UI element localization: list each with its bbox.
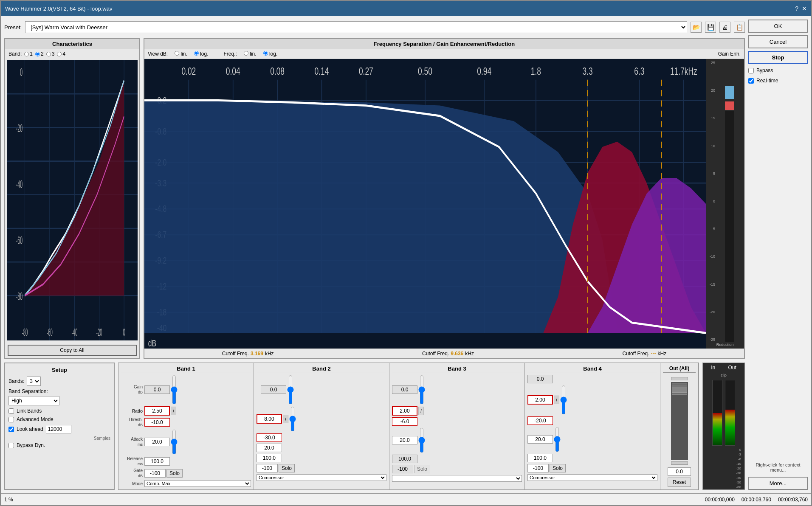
advanced-mode-checkbox[interactable] [8,417,14,422]
freq-lin-label[interactable]: lin. [244,51,257,57]
freq-log-radio[interactable] [263,51,268,56]
band1-release-input[interactable] [144,457,170,466]
band4-solo-btn[interactable]: Solo [550,464,566,472]
band2-ratio-input[interactable] [257,414,282,424]
cutoff-3-value: --- [651,351,656,357]
band4-gate-input[interactable] [527,464,549,472]
samples-label: Samples [8,436,110,441]
look-ahead-checkbox[interactable] [8,427,14,432]
band4-thresh-input[interactable] [527,416,553,425]
band2-radio-label[interactable]: 2 [35,51,44,57]
band1-ratio-input[interactable] [144,406,170,416]
band1-mode-row: Mode Comp. Max Compressor Limiter [121,480,251,487]
help-icon[interactable]: ? [795,5,798,12]
bands-select[interactable]: 3 [27,377,41,386]
band1-attack-slider[interactable] [171,429,178,455]
band3-mode-select[interactable]: Comp. Max Compressor [392,475,522,482]
scale-0: 0 [703,447,743,452]
preset-open-btn[interactable]: 📂 [691,22,702,33]
band4-mode-select[interactable]: Compressor Comp. Max Limiter [527,474,657,481]
band2-attack-input[interactable] [257,444,282,452]
band3-ratio-input[interactable] [392,406,417,416]
realtime-checkbox[interactable] [748,78,754,84]
freq-graph: 0.02 0.04 0.08 0.14 0.27 0.50 0.94 1.8 3… [144,59,706,349]
freq-lin-radio[interactable] [244,51,248,56]
close-icon[interactable]: ✕ [802,5,807,12]
band3-gate-row: Solo [392,465,522,473]
band2-radio[interactable] [35,52,40,56]
band2-gain-slider[interactable] [287,375,294,405]
band4-attack-input[interactable] [527,435,553,444]
band1-mode-select[interactable]: Comp. Max Compressor Limiter [144,480,251,487]
band1-attack-input[interactable] [144,438,170,446]
band4-ratio-slider[interactable] [560,385,567,415]
copy-to-all-btn[interactable]: Copy to All [8,345,137,356]
band3-radio-label[interactable]: 3 [46,51,55,57]
stop-btn[interactable]: Stop [748,51,808,64]
view-log-label[interactable]: log. [194,51,209,57]
band2-release-input[interactable] [257,454,282,462]
view-lin-radio[interactable] [175,51,179,56]
out-all-slider-top [671,377,688,380]
band1-radio[interactable] [24,52,29,56]
band1-gain-slider[interactable] [171,375,178,405]
more-btn[interactable]: More... [748,477,808,490]
band3-gain-slider[interactable] [418,375,425,405]
band3-mode-row: Comp. Max Compressor [392,475,522,482]
band2-ratio-slash-btn[interactable]: / [283,415,288,423]
band3-gain-input[interactable] [392,385,417,394]
look-ahead-input[interactable] [46,425,71,433]
band1-gate-input[interactable] [144,469,166,478]
preset-save-btn[interactable]: 💾 [705,22,716,33]
band1-solo-btn[interactable]: Solo [166,469,183,478]
link-bands-checkbox[interactable] [8,408,14,414]
band2-ratio-slider[interactable] [289,406,296,432]
band1-thresh-input[interactable] [144,418,170,427]
bypass-dyn-checkbox[interactable] [8,443,14,448]
band2-thresh-input[interactable] [257,433,282,442]
ratio-label-1: Ratio [121,409,144,413]
freq-log-label[interactable]: log. [263,51,278,57]
band1-radio-label[interactable]: 1 [24,51,33,57]
preset-paste-btn[interactable]: 📋 [734,22,745,33]
cancel-btn[interactable]: Cancel [748,35,808,48]
band2-solo-btn[interactable]: Solo [279,464,295,472]
band4-ratio-slash-btn[interactable]: / [554,396,559,404]
band4-radio[interactable] [57,52,62,56]
band4-gain-input[interactable] [527,375,553,383]
band2-gate-input[interactable] [257,464,278,472]
view-log-radio[interactable] [194,51,199,56]
band4-attack-slider[interactable] [554,427,561,452]
bypass-checkbox[interactable] [748,68,754,73]
band4-radio-label[interactable]: 4 [57,51,65,57]
band3-release-input[interactable] [392,455,417,463]
band3-solo-btn[interactable]: Solo [414,465,430,473]
preset-select[interactable]: [Sys] Warm Vocal with Deesser [25,21,687,33]
view-lin-label[interactable]: lin. [175,51,187,57]
zoom-level: 1 % [4,497,13,503]
out-all-value[interactable] [668,467,691,476]
band1-ratio-slash-btn[interactable]: / [171,407,176,415]
release-label-1: Releasems [121,456,144,467]
preset-copy-btn[interactable]: 🖨 [719,22,730,33]
band4-ratio-input[interactable] [527,395,553,405]
gain-bars [716,61,743,342]
band3-radio[interactable] [46,52,51,56]
band3-attack-input[interactable] [392,436,417,444]
out-all-meter [671,382,688,460]
out-all-bar-3 [672,387,687,389]
band3-thresh-input[interactable] [392,417,417,426]
band2-gain-input[interactable] [261,385,286,394]
band-sep-select[interactable]: High Medium Low [8,396,59,405]
band4-release-input[interactable] [527,454,553,462]
reset-btn[interactable]: Reset [668,478,691,487]
band1-gain-input[interactable] [144,385,170,394]
bands-label: Bands: [8,378,24,384]
ok-btn[interactable]: OK [748,20,808,33]
band2-mode-select[interactable]: Compressor Comp. Max Limiter [257,474,386,481]
band1-gain-control [144,375,178,405]
band3-ratio-slash-btn[interactable]: / [418,407,424,415]
band3-gate-input[interactable] [392,465,413,473]
band3-attack-slider[interactable] [418,427,425,453]
setup-title: Setup [8,367,110,373]
